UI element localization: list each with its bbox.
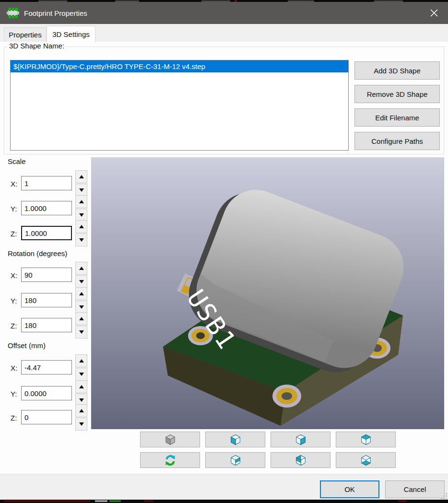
offset-x-input[interactable] — [21, 360, 72, 374]
scale-z-row: Z: — [8, 220, 89, 247]
axis-z-label: Z: — [11, 230, 17, 238]
spin-down-button[interactable] — [75, 326, 87, 339]
edit-filename-button[interactable]: Edit Filename — [354, 108, 440, 127]
rotation-x-input[interactable] — [21, 268, 72, 282]
dialog-footer: OK Cancel — [0, 474, 448, 500]
spin-up-button[interactable] — [75, 170, 87, 183]
view-isometric-button[interactable] — [140, 432, 200, 447]
view-left-button[interactable] — [205, 432, 265, 447]
spin-up-button[interactable] — [75, 262, 87, 275]
offset-section-label: Offset (mm) — [8, 341, 46, 350]
down-arrow-icon — [79, 188, 84, 192]
top-view-icon — [360, 433, 372, 446]
axis-x-label: X: — [11, 271, 17, 280]
offset-z-row: Z: — [8, 404, 89, 431]
scale-z-input[interactable] — [21, 226, 72, 240]
back-view-icon — [295, 454, 307, 467]
spin-down-button[interactable] — [75, 275, 87, 288]
spin-down-button[interactable] — [75, 368, 87, 381]
shape-list-item[interactable]: ${KIPRJMOD}/Type-C.pretty/HRO TYPE-C-31-… — [11, 60, 348, 72]
spin-down-button[interactable] — [75, 234, 87, 246]
configure-paths-button[interactable]: Configure Paths — [354, 132, 440, 150]
front-view-icon — [295, 433, 307, 446]
tab-properties[interactable]: Properties — [4, 27, 47, 42]
tab-page-3d-settings: 3D Shape Name: ${KIPRJMOD}/Type-C.pretty… — [0, 42, 448, 474]
ok-button[interactable]: OK — [320, 480, 379, 498]
titlebar[interactable]: Footprint Properties — [0, 2, 448, 24]
close-button[interactable] — [423, 2, 445, 24]
resize-grip[interactable] — [439, 491, 447, 499]
offset-y-input[interactable] — [21, 386, 72, 400]
down-arrow-icon — [79, 238, 84, 242]
up-arrow-icon — [79, 200, 84, 203]
3d-preview-canvas[interactable]: USB1 — [91, 157, 444, 429]
refresh-view-icon — [164, 454, 177, 467]
offset-x-row: X: — [8, 354, 89, 381]
rotation-section-label: Rotation (degrees) — [8, 249, 67, 257]
view-front-button[interactable] — [271, 432, 330, 447]
remove-3d-shape-button[interactable]: Remove 3D Shape — [354, 85, 440, 103]
axis-z-label: Z: — [11, 322, 17, 330]
spin-up-button[interactable] — [75, 380, 87, 393]
spin-up-button[interactable] — [75, 195, 87, 208]
up-arrow-icon — [79, 359, 84, 363]
axis-y-label: Y: — [11, 297, 17, 305]
view-top-button[interactable] — [336, 432, 396, 447]
scale-x-input[interactable] — [21, 176, 72, 190]
view-back-button[interactable] — [271, 452, 330, 468]
scale-y-spinner — [75, 195, 87, 222]
spin-up-button[interactable] — [75, 287, 87, 300]
shape-name-legend: 3D Shape Name: — [7, 42, 66, 50]
view-right-button[interactable] — [205, 452, 265, 468]
spin-down-button[interactable] — [75, 209, 87, 222]
view-refresh-button[interactable] — [140, 452, 200, 468]
right-view-icon — [229, 454, 242, 467]
isometric-view-icon — [164, 433, 177, 446]
scale-x-spinner — [75, 170, 87, 197]
background-app-bottom-edge — [0, 500, 448, 503]
offset-x-spinner — [75, 354, 87, 381]
cancel-button[interactable]: Cancel — [385, 480, 445, 498]
up-arrow-icon — [79, 267, 84, 270]
rotation-y-input[interactable] — [21, 293, 72, 307]
down-arrow-icon — [79, 213, 84, 217]
tab-3d-settings[interactable]: 3D Settings — [47, 26, 95, 42]
axis-y-label: Y: — [11, 390, 17, 398]
up-arrow-icon — [79, 317, 84, 320]
axis-x-label: X: — [11, 180, 17, 188]
axis-x-label: X: — [11, 364, 17, 372]
spin-down-button[interactable] — [75, 301, 87, 314]
shape-list[interactable]: ${KIPRJMOD}/Type-C.pretty/HRO TYPE-C-31-… — [10, 60, 349, 151]
offset-y-row: Y: — [8, 380, 89, 407]
spin-down-button[interactable] — [75, 184, 87, 197]
view-bottom-button[interactable] — [336, 452, 396, 468]
add-3d-shape-button[interactable]: Add 3D Shape — [354, 61, 440, 80]
offset-z-input[interactable] — [21, 410, 72, 424]
up-arrow-icon — [79, 225, 84, 228]
rotation-z-spinner — [75, 312, 87, 339]
down-arrow-icon — [79, 422, 84, 426]
rotation-x-spinner — [75, 262, 87, 289]
down-arrow-icon — [79, 398, 84, 402]
rotation-x-row: X: — [8, 262, 89, 289]
spin-up-button[interactable] — [75, 354, 87, 367]
spin-up-button[interactable] — [75, 220, 87, 233]
spin-up-button[interactable] — [75, 404, 87, 417]
footprint-properties-dialog: Footprint Properties Properties 3D Setti… — [0, 0, 448, 503]
scale-y-row: Y: — [8, 195, 89, 222]
scale-y-input[interactable] — [21, 201, 72, 215]
offset-y-spinner — [75, 380, 87, 407]
rotation-z-input[interactable] — [21, 318, 72, 332]
rotation-z-row: Z: — [8, 312, 89, 339]
rotation-y-row: Y: — [8, 287, 89, 314]
spin-down-button[interactable] — [75, 418, 87, 431]
up-arrow-icon — [79, 175, 84, 178]
up-arrow-icon — [79, 409, 84, 412]
scale-x-row: X: — [8, 170, 89, 197]
spin-up-button[interactable] — [75, 312, 87, 325]
left-view-icon — [229, 433, 242, 446]
down-arrow-icon — [79, 280, 84, 283]
bottom-view-icon — [360, 454, 372, 467]
down-arrow-icon — [79, 305, 84, 309]
up-arrow-icon — [79, 292, 84, 295]
